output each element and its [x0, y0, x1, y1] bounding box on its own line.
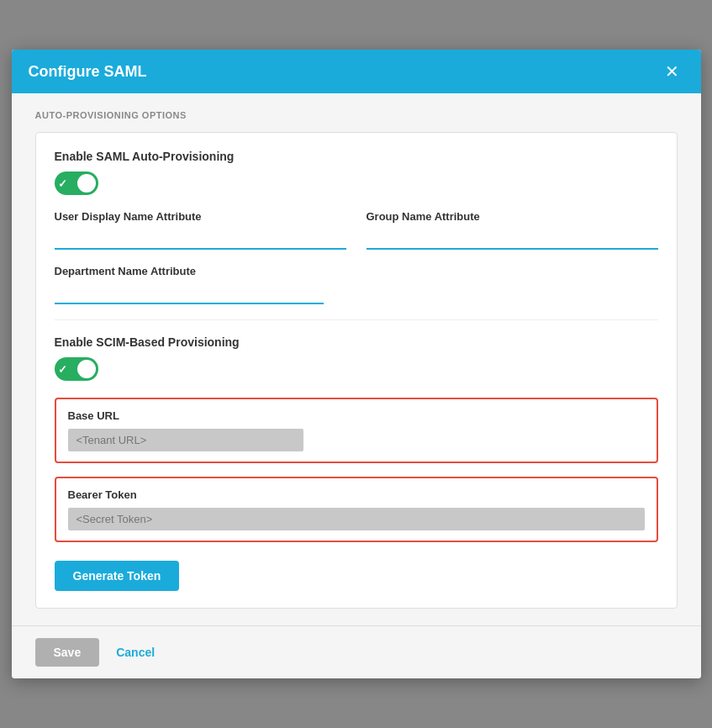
group-name-group: Group Name Attribute — [367, 210, 658, 250]
base-url-box: Base URL — [55, 398, 658, 463]
enable-scim-toggle[interactable]: ✓ — [55, 357, 658, 381]
department-name-input[interactable] — [55, 282, 324, 304]
close-button[interactable]: ✕ — [660, 61, 684, 82]
base-url-label: Base URL — [68, 409, 645, 422]
toggle-check-icon: ✓ — [58, 177, 67, 190]
enable-scim-label: Enable SCIM-Based Provisioning — [55, 335, 658, 349]
divider-1 — [55, 319, 658, 320]
modal-footer: Save Cancel — [12, 625, 701, 678]
fields-row-1: User Display Name Attribute Group Name A… — [55, 210, 658, 250]
cancel-button[interactable]: Cancel — [116, 646, 155, 659]
modal-header: Configure SAML ✕ — [12, 50, 701, 93]
toggle-track: ✓ — [55, 171, 98, 195]
scim-toggle-track: ✓ — [55, 357, 98, 381]
user-display-name-input[interactable] — [55, 228, 346, 250]
fields-row-2: Department Name Attribute — [55, 265, 658, 304]
options-card: Enable SAML Auto-Provisioning ✓ User Dis… — [35, 132, 678, 609]
modal-body: AUTO-PROVISIONING OPTIONS Enable SAML Au… — [12, 93, 701, 625]
department-name-label: Department Name Attribute — [55, 265, 324, 277]
enable-saml-label: Enable SAML Auto-Provisioning — [55, 150, 658, 163]
modal-title: Configure SAML — [29, 63, 147, 81]
configure-saml-modal: Configure SAML ✕ AUTO-PROVISIONING OPTIO… — [12, 50, 701, 678]
section-title: AUTO-PROVISIONING OPTIONS — [35, 110, 678, 120]
save-button[interactable]: Save — [35, 638, 100, 667]
bearer-token-label: Bearer Token — [68, 488, 645, 501]
base-url-input[interactable] — [68, 429, 303, 451]
user-display-name-label: User Display Name Attribute — [55, 210, 346, 223]
group-name-label: Group Name Attribute — [367, 210, 658, 223]
generate-token-button[interactable]: Generate Token — [55, 561, 180, 591]
bearer-token-box: Bearer Token — [55, 477, 658, 542]
modal-overlay: Configure SAML ✕ AUTO-PROVISIONING OPTIO… — [0, 0, 712, 728]
bearer-token-input[interactable] — [68, 508, 645, 530]
scim-toggle-check-icon: ✓ — [58, 363, 67, 376]
toggle-thumb — [77, 174, 96, 193]
user-display-name-group: User Display Name Attribute — [55, 210, 346, 250]
group-name-input[interactable] — [367, 228, 658, 250]
enable-saml-toggle[interactable]: ✓ — [55, 171, 658, 195]
scim-toggle-thumb — [77, 360, 96, 378]
department-name-group: Department Name Attribute — [55, 265, 324, 304]
